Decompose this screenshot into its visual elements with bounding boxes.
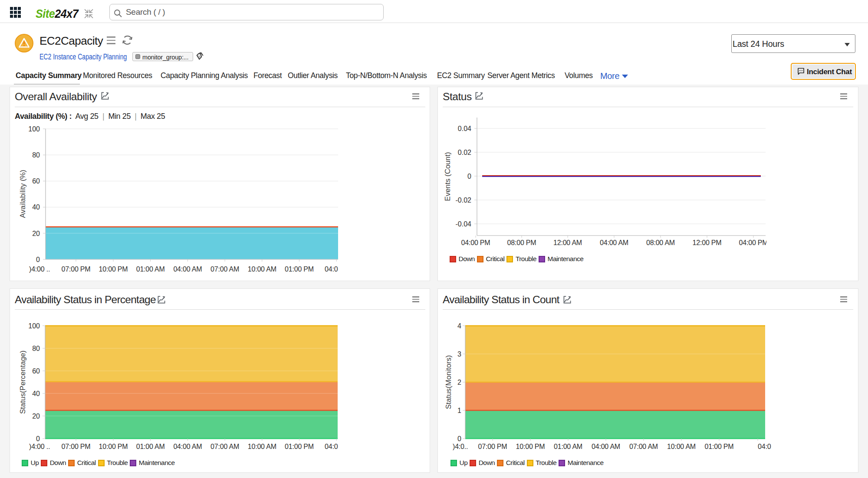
svg-text:12:00 PM: 12:00 PM xyxy=(693,239,722,246)
svg-text:07:00 AM: 07:00 AM xyxy=(629,443,658,450)
svg-text:04:0: 04:0 xyxy=(758,443,771,450)
svg-text:80: 80 xyxy=(32,345,40,352)
svg-text:)4:00 ..: )4:00 .. xyxy=(29,265,50,273)
svg-text:0.02: 0.02 xyxy=(458,149,471,156)
svg-text:20: 20 xyxy=(32,230,40,237)
svg-text:07:00 PM: 07:00 PM xyxy=(478,443,507,450)
svg-text:40: 40 xyxy=(32,203,40,211)
svg-text:)4:00 ..: )4:00 .. xyxy=(29,443,50,450)
svg-text:40: 40 xyxy=(32,390,40,397)
svg-text:08:00 PM: 08:00 PM xyxy=(507,239,536,246)
svg-text:20: 20 xyxy=(32,413,40,420)
svg-text:07:00 AM: 07:00 AM xyxy=(210,443,239,450)
svg-text:10:00 PM: 10:00 PM xyxy=(99,443,128,450)
svg-text:04:00 AM: 04:00 AM xyxy=(173,443,202,450)
svg-text:3: 3 xyxy=(457,350,461,358)
svg-text:-0.04: -0.04 xyxy=(456,220,472,228)
svg-text:Availability (%): Availability (%) xyxy=(19,170,27,218)
svg-text:04:0: 04:0 xyxy=(325,265,338,273)
svg-text:04:00 AM: 04:00 AM xyxy=(173,265,202,273)
svg-text:10:00 AM: 10:00 AM xyxy=(667,443,696,450)
svg-text:4: 4 xyxy=(457,322,461,330)
svg-text:Status(Percentage): Status(Percentage) xyxy=(19,350,27,414)
svg-text:10:00 AM: 10:00 AM xyxy=(248,443,276,450)
svg-text:01:00 AM: 01:00 AM xyxy=(554,443,582,450)
svg-text:04:00 AM: 04:00 AM xyxy=(592,443,620,450)
svg-text:Status(Monitors): Status(Monitors) xyxy=(444,355,453,409)
svg-text:-0.02: -0.02 xyxy=(456,196,472,204)
svg-text:01:00 PM: 01:00 PM xyxy=(285,265,314,273)
svg-text:01:00 AM: 01:00 AM xyxy=(136,265,165,273)
svg-text:1: 1 xyxy=(457,407,461,414)
svg-text:07:00 AM: 07:00 AM xyxy=(210,265,239,273)
svg-text:10:00 PM: 10:00 PM xyxy=(516,443,545,450)
svg-text:07:00 PM: 07:00 PM xyxy=(62,265,91,273)
svg-text:100: 100 xyxy=(28,322,40,330)
svg-text:04:0: 04:0 xyxy=(325,443,338,450)
svg-text:07:00 PM: 07:00 PM xyxy=(62,443,91,450)
svg-text:0.04: 0.04 xyxy=(458,125,471,132)
svg-text:60: 60 xyxy=(32,177,40,185)
svg-text:01:00 PM: 01:00 PM xyxy=(705,443,734,450)
svg-text:100: 100 xyxy=(28,125,40,133)
svg-text:08:00 AM: 08:00 AM xyxy=(646,239,675,246)
svg-text:0: 0 xyxy=(36,435,40,442)
svg-text:04:00 PM: 04:00 PM xyxy=(461,239,490,246)
svg-text:0: 0 xyxy=(467,173,471,180)
svg-text:10:00 PM: 10:00 PM xyxy=(99,265,128,273)
svg-text:0: 0 xyxy=(457,435,461,442)
svg-text:04:00 PM: 04:00 PM xyxy=(739,239,768,246)
svg-text:10:00 AM: 10:00 AM xyxy=(248,265,276,273)
svg-text:2: 2 xyxy=(457,379,461,386)
svg-text:80: 80 xyxy=(32,151,40,159)
svg-text:60: 60 xyxy=(32,367,40,375)
svg-text:Events (Count): Events (Count) xyxy=(444,152,452,201)
svg-text:01:00 PM: 01:00 PM xyxy=(285,443,314,450)
svg-text:12:00 AM: 12:00 AM xyxy=(553,239,582,246)
svg-text:0: 0 xyxy=(36,256,40,263)
svg-text:01:00 AM: 01:00 AM xyxy=(136,443,165,450)
svg-text:04:00 AM: 04:00 AM xyxy=(600,239,628,246)
svg-text:)4:0..: )4:0.. xyxy=(453,443,468,450)
